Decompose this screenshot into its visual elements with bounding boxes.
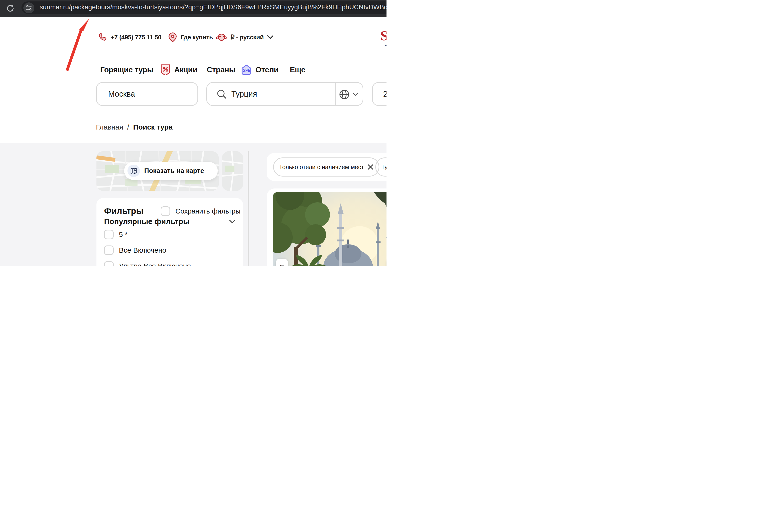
svg-text:3%: 3%	[243, 68, 250, 73]
